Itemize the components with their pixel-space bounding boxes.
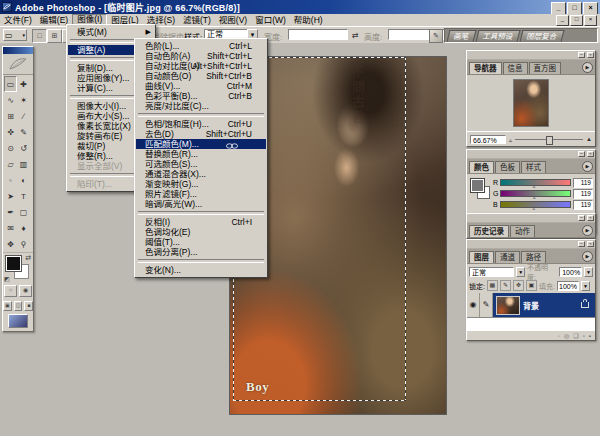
tool-clone-stamp[interactable]: ⊙	[4, 140, 17, 156]
green-value-input[interactable]: 119	[573, 189, 593, 199]
doc-minimize-button[interactable]: _	[556, 15, 569, 26]
menu-item-equalize[interactable]: 色调均化(E)	[136, 227, 266, 237]
palette-title-bar[interactable]: ─ ×	[467, 240, 595, 249]
tool-lasso[interactable]: ∿	[4, 92, 17, 108]
new-layer-icon[interactable]: ▫	[583, 333, 585, 339]
menu-item-match-color[interactable]: 匹配颜色(M)...	[136, 139, 266, 149]
swap-dimensions-icon[interactable]: ⇄	[352, 31, 359, 40]
tool-notes[interactable]: ✉	[4, 220, 17, 236]
swap-colors-icon[interactable]: ⇄	[25, 254, 31, 262]
menu-view[interactable]: 视图(V)	[215, 15, 251, 26]
menu-item-auto-contrast[interactable]: 自动对比度(U)Alt+Shift+Ctrl+L	[136, 61, 266, 71]
title-bar[interactable]: Adobe Photoshop - [临时图片.jpg @ 66.7%(RGB/…	[0, 0, 600, 14]
menu-filter[interactable]: 滤镜(T)	[179, 15, 215, 26]
tab-color[interactable]: 颜色	[469, 161, 494, 173]
blend-mode-arrow[interactable]: ▼	[516, 267, 525, 277]
lock-transparency-icon[interactable]: ▦	[487, 280, 498, 291]
tool-pen[interactable]: ✒	[4, 204, 17, 220]
tool-type[interactable]: T	[17, 188, 30, 204]
full-screen-menubar-button[interactable]: ◫	[14, 301, 23, 311]
menu-item-posterize[interactable]: 色调分离(P)...	[136, 247, 266, 257]
tab-history[interactable]: 历史记录	[469, 225, 509, 237]
lock-pixels-icon[interactable]: ✎	[500, 280, 511, 291]
menu-item-gradient-map[interactable]: 渐变映射(G)...	[136, 179, 266, 189]
palette-close-icon[interactable]: ×	[587, 215, 594, 221]
opacity-input[interactable]: 100%	[559, 267, 583, 277]
red-slider[interactable]: ▵	[500, 179, 571, 186]
brush-file-icon[interactable]: ✎	[429, 29, 443, 43]
palette-minimize-icon[interactable]: ─	[578, 215, 585, 221]
palette-minimize-icon[interactable]: ─	[578, 241, 585, 247]
palette-menu-icon[interactable]: ▶	[582, 62, 593, 73]
menu-item-brightness-contrast[interactable]: 亮度/对比度(C)...	[136, 101, 266, 111]
tool-hand[interactable]: ✥	[4, 236, 17, 252]
menu-item-invert[interactable]: 反相(I)Ctrl+I	[136, 217, 266, 227]
tool-slice[interactable]: ∕	[17, 108, 30, 124]
standard-screen-button[interactable]: ▣	[3, 301, 12, 311]
menu-item-mode[interactable]: 模式(M)▶	[68, 27, 154, 37]
menu-item-desaturate[interactable]: 去色(D)Shift+Ctrl+U	[136, 129, 266, 139]
fill-arrow[interactable]: ▼	[581, 281, 590, 291]
well-tab-tool-presets[interactable]: 工具预设	[476, 30, 521, 42]
menu-item-auto-levels[interactable]: 自动色阶(A)Shift+Ctrl+L	[136, 51, 266, 61]
tab-info[interactable]: 信息	[503, 62, 528, 74]
tab-swatches[interactable]: 色板	[495, 161, 520, 173]
green-slider[interactable]: ▵	[500, 190, 571, 197]
tool-move[interactable]: ✚	[17, 76, 30, 92]
zoom-out-icon[interactable]: ▵	[509, 136, 512, 143]
menu-help[interactable]: 帮助(H)	[290, 15, 327, 26]
default-colors-icon[interactable]: ◩	[4, 275, 10, 282]
menu-file[interactable]: 文件(F)	[0, 15, 36, 26]
menu-item-curves[interactable]: 曲线(V)...Ctrl+M	[136, 81, 266, 91]
tab-actions[interactable]: 动作	[510, 225, 535, 237]
tool-zoom[interactable]: ⚲	[17, 236, 30, 252]
menu-item-photo-filter[interactable]: 照片滤镜(F)...	[136, 189, 266, 199]
palette-menu-icon[interactable]: ▶	[582, 251, 593, 262]
tool-dodge[interactable]: ◐	[17, 172, 30, 188]
layer-style-icon[interactable]: ◎	[564, 332, 569, 339]
add-selection-button[interactable]: ⊞	[47, 29, 62, 43]
layer-row-background[interactable]: ◉ ✎ 背景	[467, 293, 595, 317]
palette-title-bar[interactable]: ─ ×	[467, 214, 595, 223]
blue-value-input[interactable]: 119	[573, 200, 593, 210]
menu-item-color-balance[interactable]: 色彩平衡(B)...Ctrl+B	[136, 91, 266, 101]
tool-gradient[interactable]: ▥	[17, 156, 30, 172]
palette-menu-icon[interactable]: ▶	[582, 225, 593, 236]
standard-mode-button[interactable]: ○	[4, 285, 17, 297]
tool-rectangular-marquee[interactable]: ▭	[4, 76, 17, 92]
tab-channels[interactable]: 通道	[495, 251, 520, 263]
tool-path-selection[interactable]: ➤	[4, 188, 17, 204]
zoom-value-input[interactable]: 66.67%	[470, 135, 506, 144]
toolbox-title-bar[interactable]	[3, 47, 33, 54]
palette-close-icon[interactable]: ×	[587, 151, 594, 157]
tool-brush[interactable]: ✎	[17, 124, 30, 140]
tool-crop[interactable]: ⊞	[4, 108, 17, 124]
tool-shape[interactable]: ▢	[17, 204, 30, 220]
blend-mode-dropdown[interactable]: 正常	[469, 267, 514, 277]
tab-navigator[interactable]: 导航器	[469, 62, 502, 74]
menu-item-variations[interactable]: 变化(N)...	[136, 265, 266, 275]
jump-to-imageready-button[interactable]	[8, 314, 28, 328]
navigator-thumbnail[interactable]	[513, 79, 549, 127]
palette-minimize-icon[interactable]: ─	[578, 151, 585, 157]
fill-input[interactable]: 100%	[557, 281, 579, 291]
red-value-input[interactable]: 119	[573, 178, 593, 188]
tool-history-brush[interactable]: ↺	[17, 140, 30, 156]
zoom-slider-thumb[interactable]	[546, 136, 553, 145]
lock-all-icon[interactable]: ▣	[526, 280, 537, 291]
menu-item-auto-color[interactable]: 自动颜色(O)Shift+Ctrl+B	[136, 71, 266, 81]
menu-item-selective-color[interactable]: 可选颜色(S)...	[136, 159, 266, 169]
palette-close-icon[interactable]: ×	[587, 241, 594, 247]
menu-window[interactable]: 窗口(W)	[251, 15, 290, 26]
menu-item-channel-mixer[interactable]: 通道混合器(X)...	[136, 169, 266, 179]
tool-healing-brush[interactable]: ✜	[4, 124, 17, 140]
menu-item-levels[interactable]: 色阶(L)...Ctrl+L	[136, 41, 266, 51]
link-layers-icon[interactable]: ◦	[558, 333, 560, 339]
lock-position-icon[interactable]: ✥	[513, 280, 524, 291]
tool-magic-wand[interactable]: ✶	[17, 92, 30, 108]
menu-item-replace-color[interactable]: 替换颜色(R)...	[136, 149, 266, 159]
menu-item-hue-saturation[interactable]: 色相/饱和度(H)...Ctrl+U	[136, 119, 266, 129]
zoom-in-icon[interactable]: ▲	[586, 136, 592, 142]
blue-slider[interactable]: ▵	[500, 201, 571, 208]
delete-layer-icon[interactable]: ▪	[589, 333, 591, 339]
